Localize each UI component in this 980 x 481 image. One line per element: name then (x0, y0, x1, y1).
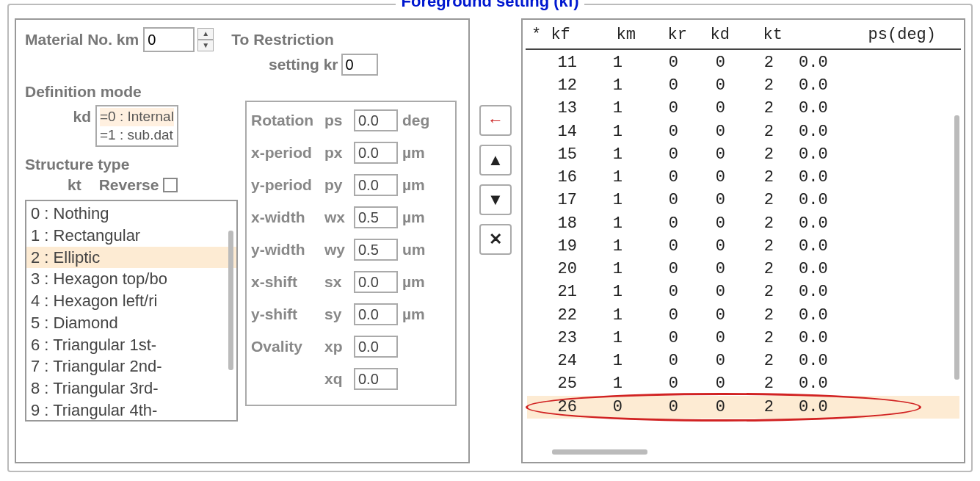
cell-kr: 0 (647, 143, 693, 166)
table-row[interactable]: 1110020.0 (527, 51, 959, 74)
km-input[interactable] (143, 27, 195, 52)
table-row[interactable]: 1710020.0 (527, 189, 959, 211)
cell-kf: 11 (527, 51, 592, 74)
cell-km: 1 (592, 235, 647, 258)
kt-item[interactable]: 8 : Triangular 3rd- (26, 377, 236, 399)
table-row[interactable]: 1310020.0 (527, 97, 959, 120)
delete-button[interactable]: ✕ (479, 224, 512, 255)
param-row: y-periodpyµm (251, 174, 451, 196)
param-row: x-periodpxµm (251, 142, 451, 164)
cell-kr: 0 (647, 235, 693, 258)
cell-ps: 0.0 (797, 120, 885, 143)
kt-item[interactable]: 9 : Triangular 4th- (26, 399, 236, 422)
param-input-wx[interactable] (354, 206, 398, 228)
kr-input[interactable] (341, 54, 378, 76)
param-input-sy[interactable] (354, 303, 398, 325)
cell-kr: 0 (647, 372, 693, 395)
kt-item[interactable]: 2 : Elliptic (26, 247, 236, 269)
table-row[interactable]: 1810020.0 (527, 212, 959, 235)
kt-item[interactable]: 1 : Rectangular (26, 225, 236, 247)
left-arrow-button[interactable]: ← (479, 105, 512, 136)
table-row[interactable]: 1910020.0 (527, 235, 959, 258)
col-header-kf: * kf (527, 26, 592, 44)
kd-label: kd (60, 108, 91, 126)
table-row[interactable]: 2210020.0 (527, 304, 959, 327)
param-input-xq[interactable] (354, 368, 398, 390)
param-row: x-widthwxµm (251, 206, 451, 228)
param-row: y-shiftsyµm (251, 303, 451, 325)
param-name-label: x-shift (251, 273, 320, 291)
table-row[interactable]: 1610020.0 (527, 166, 959, 189)
table-row[interactable]: 2600020.0 (527, 396, 959, 419)
cell-kr: 0 (647, 120, 693, 143)
cell-kd: 0 (693, 120, 736, 143)
cell-kr: 0 (647, 258, 693, 281)
cell-kt: 2 (736, 350, 797, 372)
cell-km: 1 (592, 304, 647, 327)
kd-option-subdat[interactable]: =1 : sub.dat (100, 126, 174, 145)
param-input-py[interactable] (354, 174, 398, 196)
param-input-sx[interactable] (354, 271, 398, 293)
cell-km: 1 (592, 372, 647, 395)
cell-km: 1 (592, 258, 647, 281)
cell-kf: 25 (527, 372, 592, 395)
cell-km: 1 (592, 74, 647, 97)
move-up-button[interactable]: ▲ (479, 145, 512, 176)
cell-kt: 2 (736, 304, 797, 327)
cell-kd: 0 (693, 304, 736, 327)
kt-item[interactable]: 0 : Nothing (26, 203, 236, 225)
cell-km: 1 (592, 166, 647, 189)
move-down-button[interactable]: ▼ (479, 184, 512, 215)
param-unit-label: µm (402, 144, 436, 162)
table-vscrollbar[interactable] (954, 115, 959, 380)
cell-kf: 16 (527, 166, 592, 189)
table-row[interactable]: 1210020.0 (527, 74, 959, 97)
param-row: xq (251, 368, 451, 390)
cell-km: 1 (592, 143, 647, 166)
km-spin-up[interactable]: ▲ (197, 28, 214, 40)
param-input-ps[interactable] (354, 109, 398, 131)
cell-kf: 17 (527, 189, 592, 211)
cell-kt: 2 (736, 166, 797, 189)
cell-kt: 2 (736, 212, 797, 235)
kt-listbox[interactable]: 0 : Nothing1 : Rectangular2 : Elliptic3 … (25, 200, 238, 422)
kt-item[interactable]: 7 : Triangular 2nd- (26, 355, 236, 377)
kt-item[interactable]: 5 : Diamond (26, 312, 236, 334)
cell-km: 1 (592, 350, 647, 372)
param-symbol-label: xp (324, 338, 349, 355)
cell-kf: 24 (527, 350, 592, 372)
param-input-wy[interactable] (354, 239, 398, 261)
cell-kf: 22 (527, 304, 592, 327)
kt-scrollbar[interactable] (228, 231, 233, 370)
kd-options-box[interactable]: =0 : Internal =1 : sub.dat (95, 105, 178, 147)
table-row[interactable]: 2110020.0 (527, 281, 959, 303)
table-row[interactable]: 2410020.0 (527, 350, 959, 372)
reverse-checkbox[interactable] (163, 178, 178, 192)
param-name-label: Ovality (251, 338, 320, 355)
cell-km: 0 (592, 396, 647, 419)
table-row[interactable]: 1410020.0 (527, 120, 959, 143)
table-row[interactable]: 1510020.0 (527, 143, 959, 166)
param-symbol-label: ps (324, 112, 349, 129)
table-hscrollbar[interactable] (552, 449, 647, 455)
kt-item[interactable]: 6 : Triangular 1st- (26, 334, 236, 356)
kt-item[interactable]: 3 : Hexagon top/bo (26, 268, 236, 290)
cell-km: 1 (592, 212, 647, 235)
param-symbol-label: px (324, 144, 349, 162)
param-input-xp[interactable] (354, 336, 398, 358)
cell-kf: 13 (527, 97, 592, 120)
param-name-label: y-period (251, 176, 320, 194)
table-row[interactable]: 2010020.0 (527, 258, 959, 281)
kt-item[interactable]: 4 : Hexagon left/ri (26, 290, 236, 312)
reverse-label: Reverse (99, 176, 159, 194)
table-row[interactable]: 2310020.0 (527, 327, 959, 350)
param-input-px[interactable] (354, 142, 398, 164)
table-row[interactable]: 2510020.0 (527, 372, 959, 395)
cell-kf: 15 (527, 143, 592, 166)
kd-option-internal[interactable]: =0 : Internal (100, 108, 174, 126)
param-symbol-label: sy (324, 305, 349, 323)
cell-ps: 0.0 (797, 189, 885, 211)
km-spin-down[interactable]: ▼ (197, 40, 214, 51)
cell-ps: 0.0 (797, 74, 885, 97)
kf-table: * kf km kr kd kt ps(deg) 1110020.0121002… (521, 18, 965, 463)
